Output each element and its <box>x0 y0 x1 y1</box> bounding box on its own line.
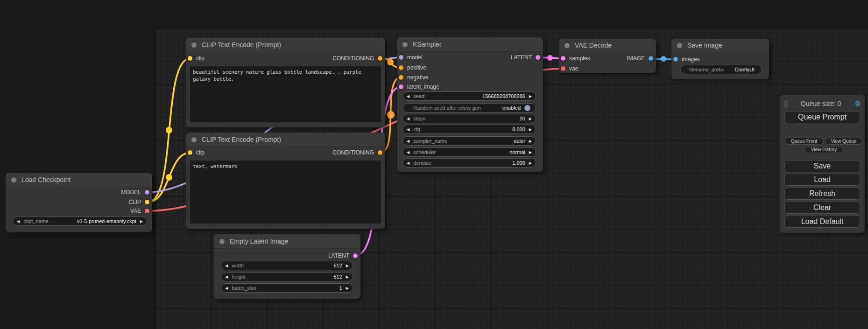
load-default-button[interactable]: Load Default <box>784 216 860 228</box>
node-title-bar[interactable]: VAE Decode <box>559 39 656 52</box>
output-label: CONDITIONING <box>332 55 374 62</box>
toggle-circle-icon[interactable] <box>524 105 530 111</box>
input-label: latent_image <box>407 84 439 90</box>
node-title-bar[interactable]: CLIP Text Encode (Prompt) <box>186 38 385 52</box>
images-input-port[interactable] <box>673 57 678 62</box>
decrement-arrow-icon[interactable]: ◀ <box>403 161 413 165</box>
node-load-checkpoint[interactable]: Load Checkpoint MODEL CLIP VAE ◀ ckpt_na… <box>6 173 152 232</box>
seed-widget[interactable]: ◀ seed 156680208700286 ▶ <box>402 91 536 101</box>
decrement-arrow-icon[interactable]: ◀ <box>403 94 413 98</box>
negative-input-port[interactable] <box>399 75 403 80</box>
view-history-button[interactable]: View History <box>804 146 843 153</box>
height-widget[interactable]: ◀ height 512 ▶ <box>221 272 353 281</box>
clip-input-port[interactable] <box>188 150 192 155</box>
output-row: CLIP <box>6 197 152 207</box>
widget-label: ckpt_name <box>23 218 49 224</box>
steps-widget[interactable]: ◀ steps 20 ▶ <box>402 114 536 123</box>
prev-arrow-icon[interactable]: ◀ <box>13 219 23 224</box>
filename-prefix-widget[interactable]: filename_prefix ComfyUI <box>680 65 762 74</box>
model-input-port[interactable] <box>399 55 403 60</box>
prev-arrow-icon[interactable]: ◀ <box>403 150 413 154</box>
collapse-dot-icon[interactable] <box>191 137 197 142</box>
cfg-widget[interactable]: ◀ cfg 8.000 ▶ <box>402 125 536 134</box>
negative-prompt-textarea[interactable]: text, watermark <box>190 161 381 224</box>
increment-arrow-icon[interactable]: ▶ <box>342 286 353 290</box>
port-row: model LATENT <box>397 53 543 62</box>
output-label: LATENT <box>511 54 532 61</box>
decrement-arrow-icon[interactable]: ◀ <box>403 117 413 121</box>
decrement-arrow-icon[interactable]: ◀ <box>221 286 232 290</box>
node-title-bar[interactable]: Load Checkpoint <box>6 173 152 187</box>
seed-control-widget[interactable]: Random seed after every gen enabled <box>402 103 536 112</box>
increment-arrow-icon[interactable]: ▶ <box>342 275 353 279</box>
positive-prompt-textarea[interactable]: beautiful scenery nature glass bottle la… <box>190 66 381 122</box>
output-row: MODEL <box>6 188 152 197</box>
width-widget[interactable]: ◀ width 512 ▶ <box>221 261 353 270</box>
latent-output-port[interactable] <box>353 253 358 258</box>
widget-label: sampler_name <box>413 138 447 144</box>
image-output-port[interactable] <box>649 56 653 61</box>
increment-arrow-icon[interactable]: ▶ <box>525 127 536 132</box>
increment-arrow-icon[interactable]: ▶ <box>525 94 536 98</box>
next-arrow-icon[interactable]: ▶ <box>136 219 147 224</box>
queue-front-button[interactable]: Queue Front <box>785 138 823 145</box>
node-vae-decode[interactable]: VAE Decode samples IMAGE vae <box>559 39 656 73</box>
link-dot <box>166 127 172 133</box>
view-queue-button[interactable]: View Queue <box>825 138 862 145</box>
node-clip-text-encode-positive[interactable]: CLIP Text Encode (Prompt) clip CONDITION… <box>186 38 385 127</box>
latent-output-port[interactable] <box>536 55 540 60</box>
widget-label: batch_size <box>232 285 256 291</box>
queue-prompt-button[interactable]: Queue Prompt <box>784 111 860 123</box>
node-title: KSampler <box>413 41 441 48</box>
collapse-dot-icon[interactable] <box>677 43 682 48</box>
denoise-widget[interactable]: ◀ denoise 1.000 ▶ <box>402 158 536 168</box>
node-empty-latent-image[interactable]: Empty Latent Image LATENT ◀ width 512 ▶ … <box>214 234 360 299</box>
decrement-arrow-icon[interactable]: ◀ <box>221 264 232 268</box>
input-label: positive <box>407 64 426 71</box>
port-row: latent_image <box>397 82 543 91</box>
node-save-image[interactable]: Save Image images filename_prefix ComfyU… <box>671 39 769 79</box>
sampler-name-widget[interactable]: ◀ sampler_name euler ▶ <box>402 136 536 146</box>
collapse-dot-icon[interactable] <box>565 43 570 48</box>
collapse-dot-icon[interactable] <box>191 42 197 48</box>
drag-handle-icon[interactable]: ⣿ <box>783 100 787 107</box>
clip-output-port[interactable] <box>145 200 149 204</box>
vae-input-port[interactable] <box>561 66 565 71</box>
refresh-button[interactable]: Refresh <box>784 188 860 200</box>
input-label: vae <box>569 65 578 72</box>
collapse-dot-icon[interactable] <box>402 42 408 47</box>
load-button[interactable]: Load <box>784 174 860 186</box>
node-clip-text-encode-negative[interactable]: CLIP Text Encode (Prompt) clip CONDITION… <box>186 133 385 229</box>
increment-arrow-icon[interactable]: ▶ <box>525 161 536 165</box>
clip-input-port[interactable] <box>188 56 192 61</box>
samples-input-port[interactable] <box>561 56 565 61</box>
model-output-port[interactable] <box>145 190 149 195</box>
node-ksampler[interactable]: KSampler model LATENT positive negative … <box>397 37 543 172</box>
increment-arrow-icon[interactable]: ▶ <box>342 264 353 268</box>
output-label: MODEL <box>121 189 141 196</box>
collapse-dot-icon[interactable] <box>219 239 225 244</box>
gear-icon[interactable]: ⚙ <box>855 99 861 108</box>
decrement-arrow-icon[interactable]: ◀ <box>221 275 232 279</box>
node-title-bar[interactable]: CLIP Text Encode (Prompt) <box>186 133 385 147</box>
vae-output-port[interactable] <box>145 209 149 213</box>
conditioning-output-port[interactable] <box>378 150 382 155</box>
save-button[interactable]: Save <box>784 160 860 172</box>
decrement-arrow-icon[interactable]: ◀ <box>403 127 413 132</box>
prev-arrow-icon[interactable]: ◀ <box>403 139 413 143</box>
conditioning-output-port[interactable] <box>378 56 382 61</box>
widget-value: 8.000 <box>512 126 525 132</box>
node-title-bar[interactable]: Save Image <box>671 39 769 52</box>
scheduler-widget[interactable]: ◀ scheduler normal ▶ <box>402 147 536 157</box>
ckpt-name-widget[interactable]: ◀ ckpt_name v1-5-pruned-emaonly.ckpt ▶ <box>13 217 147 226</box>
positive-input-port[interactable] <box>399 65 403 70</box>
node-title-bar[interactable]: KSampler <box>397 37 543 52</box>
clear-button[interactable]: Clear <box>784 202 860 214</box>
node-title-bar[interactable]: Empty Latent Image <box>214 234 360 249</box>
increment-arrow-icon[interactable]: ▶ <box>525 117 536 121</box>
latent-image-input-port[interactable] <box>399 84 403 89</box>
next-arrow-icon[interactable]: ▶ <box>525 139 536 143</box>
collapse-dot-icon[interactable] <box>11 177 16 182</box>
next-arrow-icon[interactable]: ▶ <box>525 150 536 154</box>
batch-size-widget[interactable]: ◀ batch_size 1 ▶ <box>221 283 353 293</box>
